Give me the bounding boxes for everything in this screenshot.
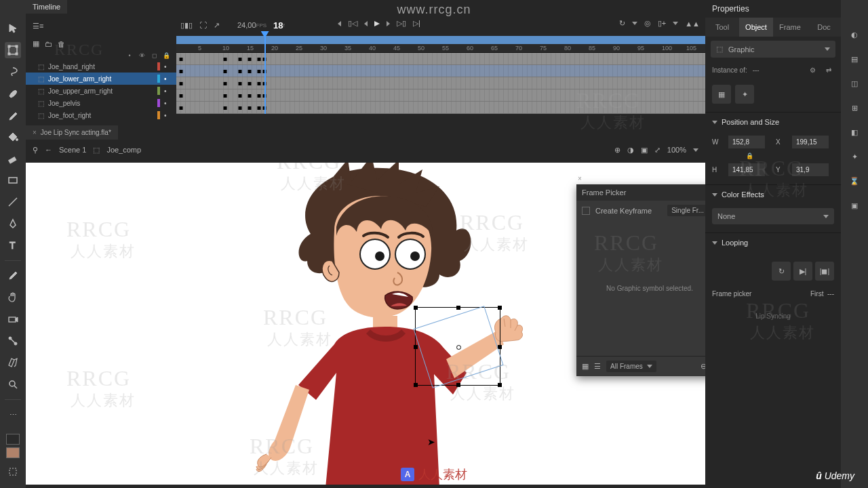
single-frame-icon[interactable]: |◼| [815, 262, 834, 281]
outline-head-icon[interactable]: ◻ [151, 52, 157, 59]
hand-tool-icon[interactable] [5, 289, 21, 306]
resize-handle-s[interactable] [456, 383, 460, 387]
edit-toolbar-icon[interactable]: ⋯ [5, 407, 21, 423]
tab-object[interactable]: Object [739, 18, 773, 37]
prev-frame-icon[interactable] [364, 21, 368, 26]
delete-layer-icon[interactable]: 🗑 [58, 40, 65, 48]
clip-icon[interactable]: ▣ [641, 146, 648, 155]
color-dock-icon[interactable]: ◧ [847, 125, 862, 140]
back-icon[interactable]: ← [45, 146, 52, 154]
line-tool-icon[interactable] [5, 194, 21, 210]
timeline-track[interactable] [176, 102, 705, 114]
layer-row[interactable]: ⬚Joe_lower_arm_right• [26, 73, 176, 85]
color-effect-select[interactable]: None [712, 208, 834, 224]
current-frame[interactable]: 18 [273, 20, 283, 30]
lock-head-icon[interactable]: 🔒 [163, 52, 170, 59]
x-field[interactable] [792, 136, 829, 148]
step-fwd-icon[interactable]: ▷▯ [397, 19, 406, 28]
edit-multiple-icon[interactable]: ↗ [214, 21, 220, 30]
camera-tool-icon[interactable] [5, 311, 21, 327]
onion-skin-icon[interactable]: ⛶ [199, 21, 207, 29]
swap-colors-icon[interactable] [5, 464, 21, 480]
playhead[interactable] [264, 37, 266, 114]
y-field[interactable] [792, 163, 829, 176]
height-field[interactable] [728, 163, 765, 176]
insert-frame-icon[interactable]: ▯+ [658, 19, 666, 28]
link-wh-icon[interactable]: 🔒 [728, 152, 770, 159]
break-apart-icon[interactable]: ✦ [735, 85, 754, 104]
zoom-value[interactable]: 100% [667, 146, 686, 154]
play-once-icon[interactable]: ▶| [793, 262, 812, 281]
width-field[interactable] [728, 136, 765, 148]
instance-behavior-icon[interactable]: ▦ [712, 85, 731, 104]
zoom-dropdown-icon[interactable] [693, 148, 698, 152]
color-effects-head[interactable]: Color Effects [705, 185, 841, 204]
create-keyframe-checkbox[interactable] [582, 207, 590, 215]
fit-icon[interactable]: ⤢ [654, 146, 660, 155]
first-value[interactable]: --- [827, 290, 834, 298]
first-frame-icon[interactable] [338, 21, 341, 26]
components-dock-icon[interactable]: ▣ [847, 198, 862, 213]
tab-doc[interactable]: Doc [807, 18, 841, 37]
lasso-tool-icon[interactable] [5, 64, 21, 80]
resize-handle-e[interactable] [498, 345, 502, 349]
visibility-head-icon[interactable]: 👁 [138, 52, 145, 59]
bone-tool-icon[interactable] [5, 333, 21, 349]
timeline-tab[interactable]: Timeline [26, 0, 67, 14]
free-transform-tool-icon[interactable] [5, 42, 21, 58]
history-dock-icon[interactable]: ⌛ [847, 174, 862, 188]
all-frames-dropdown[interactable]: All Frames [606, 361, 656, 372]
eyedropper-tool-icon[interactable] [5, 268, 21, 284]
symbol-crumb[interactable]: Joe_comp [106, 146, 141, 154]
swap-instance-icon[interactable]: ⇄ [823, 64, 834, 75]
fill-swatch[interactable] [6, 447, 20, 458]
assets-dock-icon[interactable]: ◫ [847, 76, 862, 91]
layers-icon[interactable]: ☰≡ [33, 22, 43, 30]
text-tool-icon[interactable]: T [5, 237, 21, 253]
add-layer-icon[interactable]: ▦ [33, 39, 39, 48]
tab-tool[interactable]: Tool [705, 18, 739, 37]
pin-icon[interactable]: ⚲ [33, 146, 38, 155]
layer-row[interactable]: ⬚Joe_upper_arm_right• [26, 85, 176, 97]
lip-syncing-button[interactable]: Lip Syncing [712, 307, 834, 325]
close-icon[interactable]: × [578, 175, 582, 182]
loop-mode-icon[interactable]: ↻ [772, 262, 791, 281]
layer-row[interactable]: ⬚Joe_foot_right• [26, 109, 176, 121]
add-folder-icon[interactable]: 🗀 [45, 40, 52, 48]
timeline-track[interactable] [176, 65, 705, 77]
stroke-swatch[interactable] [6, 434, 20, 445]
resize-handle-se[interactable] [498, 383, 502, 387]
selection-box[interactable] [415, 307, 500, 386]
step-back-icon[interactable]: ▯◁ [348, 19, 357, 28]
center-stage-icon[interactable]: ⊕ [614, 146, 620, 155]
layer-row[interactable]: ⬚Joe_pelvis• [26, 97, 176, 109]
instance-type-select[interactable]: ⬚Graphic [711, 41, 835, 58]
loop-icon[interactable]: ↻ [619, 19, 625, 28]
resize-handle-ne[interactable] [498, 306, 502, 310]
looping-head[interactable]: Looping [705, 233, 841, 252]
grid-view-icon[interactable]: ▦ [582, 362, 589, 371]
transform-dock-icon[interactable]: ✦ [847, 149, 862, 164]
properties-dock-icon[interactable]: ◐ [847, 27, 862, 42]
rotate-stage-icon[interactable]: ◑ [627, 146, 634, 155]
align-dock-icon[interactable]: ⊞ [847, 100, 862, 115]
onion-outline-icon[interactable]: ◎ [644, 19, 651, 28]
document-tab[interactable]: ×Joe Lip Sync acting.fla* [26, 125, 118, 140]
library-dock-icon[interactable]: ▤ [847, 52, 862, 66]
instance-settings-icon[interactable]: ⚙ [807, 64, 818, 75]
zoom-tool-icon[interactable] [5, 376, 21, 392]
rectangle-tool-icon[interactable] [5, 172, 21, 188]
eraser-tool-icon[interactable] [5, 150, 21, 167]
next-frame-icon[interactable] [387, 21, 390, 26]
resize-handle-sw[interactable] [414, 383, 418, 387]
selection-tool-icon[interactable] [5, 20, 21, 37]
highlight-head-icon[interactable]: • [126, 52, 133, 59]
resize-handle-w[interactable] [414, 345, 418, 349]
asset-warp-tool-icon[interactable] [5, 354, 21, 371]
last-frame-icon[interactable]: ▷| [413, 19, 420, 28]
timeline-track[interactable] [176, 77, 705, 89]
marker-icon[interactable]: ▲▲ [685, 20, 700, 28]
brush-tool-icon[interactable] [5, 107, 21, 123]
scene-crumb[interactable]: Scene 1 [59, 146, 86, 154]
resize-handle-nw[interactable] [414, 306, 418, 310]
